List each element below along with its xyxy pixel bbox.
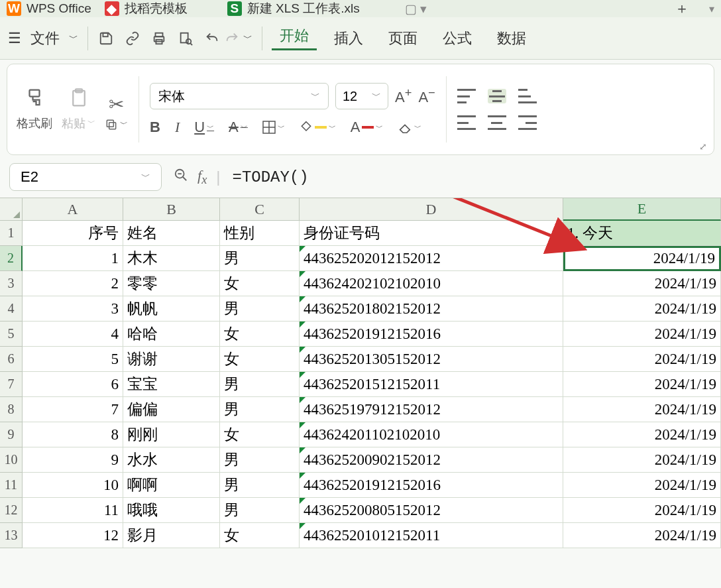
cell[interactable]: 5 (23, 347, 123, 372)
window-controls-icon[interactable]: ▢ ▾ (405, 1, 427, 17)
cell[interactable]: 男 (220, 498, 300, 523)
cell[interactable]: 女 (220, 322, 300, 347)
align-center-button[interactable] (488, 115, 506, 130)
cell[interactable]: 4 (23, 322, 123, 347)
formula-input[interactable]: =TODAY() (233, 168, 309, 186)
cell[interactable]: 6 (23, 372, 123, 397)
row-header-1[interactable]: 1 (0, 221, 23, 246)
cell[interactable]: 2024/1/19 (563, 322, 721, 347)
cell[interactable]: 男 (220, 372, 300, 397)
cell[interactable]: 哦哦 (123, 498, 220, 523)
link-icon[interactable] (124, 30, 141, 47)
row-header-4[interactable]: 4 (0, 296, 23, 322)
ribbon-tab-home[interactable]: 开始 (272, 26, 317, 50)
cell[interactable]: 男 (220, 246, 300, 271)
row-header-13[interactable]: 13 (0, 523, 23, 548)
decrease-font-icon[interactable]: A− (418, 86, 435, 106)
bold-button[interactable]: B (150, 119, 160, 136)
paste-icon[interactable] (69, 88, 89, 113)
spreadsheet-grid[interactable]: A B C D E 1 序号 姓名 性别 身份证号码 1. 今天2 1 木木 男… (0, 198, 721, 548)
cell[interactable]: 443625202012152012 (300, 246, 563, 271)
cell[interactable]: 男 (220, 296, 300, 322)
row-header-12[interactable]: 12 (0, 498, 23, 523)
row-header-3[interactable]: 3 (0, 271, 23, 296)
cell[interactable]: 女 (220, 422, 300, 447)
tab-overflow-button[interactable]: ▾ (709, 3, 714, 15)
ribbon-tab-formula[interactable]: 公式 (435, 29, 480, 48)
paste-label[interactable]: 粘贴 ﹀ (62, 115, 95, 131)
select-all-corner[interactable] (0, 198, 23, 221)
cell[interactable]: 443624202102102010 (300, 271, 563, 296)
strikethrough-button[interactable]: A ﹀ (229, 119, 248, 136)
cell[interactable]: 2 (23, 271, 123, 296)
font-size-select[interactable]: 12﹀ (335, 83, 388, 109)
cell[interactable]: 水水 (123, 447, 220, 473)
chevron-down-icon[interactable]: ﹀ (141, 171, 150, 183)
cell[interactable]: 443625201305152012 (300, 347, 563, 372)
copy-button[interactable]: ﹀ (105, 118, 128, 131)
undo-icon[interactable] (203, 30, 221, 47)
row-header-2[interactable]: 2 (0, 246, 23, 271)
cell[interactable]: 443625200805152012 (300, 498, 563, 523)
underline-button[interactable]: U ﹀ (194, 119, 214, 136)
cell[interactable]: 2024/1/19 (563, 271, 721, 296)
cell[interactable]: 2024/1/19 (563, 347, 721, 372)
fx-icon[interactable]: fx (197, 167, 207, 187)
cut-icon[interactable]: ✂ (109, 93, 124, 115)
cell[interactable]: 谢谢 (123, 347, 220, 372)
cell[interactable]: 姓名 (123, 221, 220, 246)
cell[interactable]: 啊啊 (123, 473, 220, 498)
cell[interactable]: 刚刚 (123, 422, 220, 447)
align-right-button[interactable] (518, 115, 537, 130)
save-icon[interactable] (97, 30, 115, 47)
cell[interactable]: 女 (220, 271, 300, 296)
chevron-down-icon[interactable]: ﹀ (243, 32, 252, 44)
col-header-C[interactable]: C (220, 198, 300, 221)
cell[interactable]: 男 (220, 447, 300, 473)
ribbon-tab-data[interactable]: 数据 (489, 29, 534, 48)
cell[interactable]: 2024/1/19 (563, 447, 721, 473)
chevron-down-icon[interactable]: ﹀ (69, 32, 78, 44)
cell[interactable]: 木木 (123, 246, 220, 271)
cell[interactable]: 443625201012152011 (300, 523, 563, 548)
borders-button[interactable]: ﹀ (262, 121, 285, 134)
eraser-button[interactable]: ﹀ (398, 121, 421, 134)
tab-wps-home[interactable]: W WPS Office (7, 1, 91, 16)
cell[interactable]: 身份证号码 (300, 221, 563, 246)
col-header-E[interactable]: E (563, 198, 721, 221)
cell[interactable]: 1 (23, 246, 123, 271)
preview-icon[interactable] (177, 30, 194, 47)
cell[interactable]: 零零 (123, 271, 220, 296)
align-left-button[interactable] (457, 115, 476, 130)
cell[interactable]: 443624201102102010 (300, 422, 563, 447)
cell[interactable]: 女 (220, 347, 300, 372)
italic-button[interactable]: I (175, 119, 180, 136)
col-header-D[interactable]: D (300, 198, 563, 221)
cell[interactable]: 8 (23, 422, 123, 447)
cell[interactable]: 11 (23, 498, 123, 523)
col-header-A[interactable]: A (23, 198, 123, 221)
align-bottom-button[interactable] (518, 89, 537, 103)
font-color-button[interactable]: A﹀ (351, 119, 384, 136)
cell[interactable]: 序号 (23, 221, 123, 246)
cell[interactable]: 7 (23, 397, 123, 422)
increase-font-icon[interactable]: A+ (395, 86, 412, 106)
tab-current-sheet[interactable]: S 新建 XLS 工作表.xls ▢ ▾ (227, 0, 427, 17)
cell[interactable]: 男 (220, 397, 300, 422)
new-tab-button[interactable]: ＋ (675, 0, 689, 19)
row-header-10[interactable]: 10 (0, 447, 23, 473)
cell[interactable]: 影月 (123, 523, 220, 548)
cell[interactable]: 男 (220, 473, 300, 498)
hamburger-icon[interactable]: ☰ (8, 30, 21, 47)
cell[interactable]: 偏偏 (123, 397, 220, 422)
cell[interactable]: 2024/1/19 (563, 372, 721, 397)
cell[interactable]: 性别 (220, 221, 300, 246)
cell[interactable]: 12 (23, 523, 123, 548)
cell[interactable]: 443625197912152012 (300, 397, 563, 422)
fill-color-button[interactable]: ﹀ (300, 121, 336, 134)
cell[interactable]: 2024/1/19 (563, 397, 721, 422)
cell[interactable]: 10 (23, 473, 123, 498)
cell[interactable]: 2024/1/19 (563, 422, 721, 447)
align-top-button[interactable] (457, 89, 476, 103)
row-header-5[interactable]: 5 (0, 322, 23, 347)
